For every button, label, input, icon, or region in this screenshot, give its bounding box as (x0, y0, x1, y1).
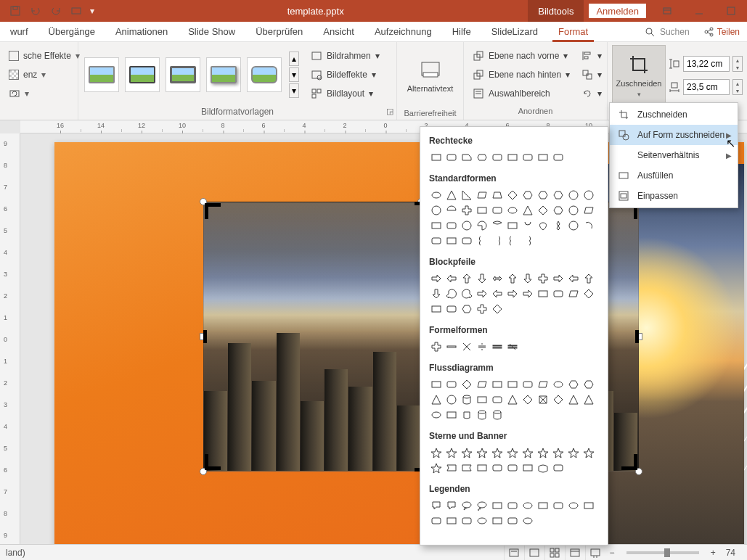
styles-scroll-up[interactable]: ▴ (289, 52, 299, 66)
styles-scroll-down[interactable]: ▾ (289, 67, 299, 82)
height-spinner[interactable]: ▲▼ (732, 56, 743, 72)
shape-item[interactable] (536, 150, 550, 165)
shape-item[interactable] (429, 392, 444, 407)
tab-ansicht[interactable]: Ansicht (313, 22, 364, 41)
crop-button[interactable]: Zuschneiden ▾ (612, 45, 666, 106)
shape-item[interactable] (475, 461, 489, 475)
shape-item[interactable] (505, 498, 520, 513)
shape-item[interactable] (460, 514, 474, 528)
shape-item[interactable] (566, 287, 581, 301)
artistic-effects-button[interactable]: sche Effekte▾ (4, 47, 84, 65)
shape-item[interactable] (581, 203, 596, 218)
shape-item[interactable] (444, 150, 459, 165)
tab-slidelizard[interactable]: SlideLizard (481, 22, 548, 41)
tab-ueberpruefen[interactable]: Überprüfen (245, 22, 313, 41)
qat-customize[interactable]: ▾ (87, 1, 97, 21)
shape-item[interactable] (475, 218, 489, 233)
styles-launcher[interactable]: ◲ (386, 107, 393, 116)
shape-item[interactable] (566, 271, 581, 286)
shape-item[interactable] (536, 445, 550, 460)
shape-item[interactable] (536, 498, 550, 513)
shape-item[interactable] (566, 218, 581, 233)
crop-handle-r[interactable] (635, 330, 639, 343)
height-input[interactable] (683, 56, 730, 72)
shape-item[interactable] (505, 377, 520, 392)
crop-menu-zuschneiden[interactable]: Zuschneiden (610, 104, 738, 125)
shape-item[interactable] (460, 302, 474, 316)
crop-handle-l[interactable] (203, 330, 207, 343)
shape-item[interactable] (551, 203, 566, 218)
shape-item[interactable] (581, 287, 596, 301)
shape-item[interactable] (460, 188, 474, 202)
tab-aufzeichnung[interactable]: Aufzeichnung (364, 22, 442, 41)
shape-item[interactable] (444, 514, 459, 528)
shape-item[interactable] (505, 461, 520, 475)
tab-hilfe[interactable]: Hilfe (442, 22, 481, 41)
shape-item[interactable] (444, 271, 459, 286)
shape-item[interactable] (490, 461, 505, 475)
redo-button[interactable] (46, 1, 65, 21)
shape-item[interactable] (460, 461, 474, 475)
alt-text-button[interactable]: Alternativtext (405, 45, 456, 106)
shape-item[interactable] (444, 339, 459, 354)
shape-item[interactable] (521, 498, 535, 513)
bring-forward-button[interactable]: Ebene nach vorne▾ (468, 47, 574, 65)
shape-item[interactable] (490, 150, 505, 165)
shape-item[interactable] (521, 514, 535, 528)
shape-item[interactable] (566, 498, 581, 513)
shape-item[interactable] (505, 203, 520, 218)
shape-item[interactable] (460, 498, 474, 513)
shape-item[interactable] (444, 461, 459, 475)
picture-style-1[interactable] (84, 57, 119, 92)
shape-item[interactable] (505, 514, 520, 528)
shape-item[interactable] (429, 339, 444, 354)
shape-item[interactable] (581, 392, 596, 407)
shape-item[interactable] (536, 203, 550, 218)
shape-item[interactable] (475, 408, 489, 422)
shape-item[interactable] (475, 271, 489, 286)
shape-item[interactable] (490, 218, 505, 233)
shape-item[interactable] (521, 234, 535, 248)
shape-item[interactable] (490, 302, 505, 316)
shape-item[interactable] (444, 287, 459, 301)
transparency-button[interactable]: enz▾ (4, 66, 50, 83)
shape-item[interactable] (475, 514, 489, 528)
shape-item[interactable] (490, 392, 505, 407)
shape-item[interactable] (521, 203, 535, 218)
shape-item[interactable] (521, 271, 535, 286)
shape-item[interactable] (505, 392, 520, 407)
maximize-button[interactable] (715, 0, 747, 22)
shape-item[interactable] (429, 408, 444, 422)
shape-item[interactable] (581, 445, 596, 460)
shape-item[interactable] (460, 287, 474, 301)
shape-item[interactable] (505, 218, 520, 233)
shape-item[interactable] (429, 377, 444, 392)
shape-item[interactable] (505, 339, 520, 354)
shape-item[interactable] (444, 445, 459, 460)
shape-item[interactable] (475, 445, 489, 460)
tab-uebergaenge[interactable]: Übergänge (38, 22, 105, 41)
shape-item[interactable] (429, 461, 444, 475)
shape-item[interactable] (460, 445, 474, 460)
shape-item[interactable] (566, 445, 581, 460)
crop-handle-br[interactable] (621, 454, 637, 470)
shape-item[interactable] (475, 203, 489, 218)
picture-style-2[interactable] (125, 57, 160, 92)
shape-item[interactable] (490, 408, 505, 422)
align-button[interactable]: ▾ (579, 47, 605, 65)
styles-more[interactable]: ▾ (289, 83, 299, 98)
shape-item[interactable] (429, 271, 444, 286)
shape-item[interactable] (490, 271, 505, 286)
shape-item[interactable] (536, 287, 550, 301)
picture-style-5[interactable] (247, 57, 282, 92)
shape-item[interactable] (536, 461, 550, 475)
shape-item[interactable] (460, 234, 474, 248)
shape-item[interactable] (429, 203, 444, 218)
shape-item[interactable] (475, 392, 489, 407)
shape-item[interactable] (444, 234, 459, 248)
shape-item[interactable] (505, 271, 520, 286)
shape-item[interactable] (521, 461, 535, 475)
tab-partial-wurf[interactable]: wurf (0, 22, 38, 41)
width-input[interactable] (683, 79, 730, 95)
shape-item[interactable] (505, 445, 520, 460)
